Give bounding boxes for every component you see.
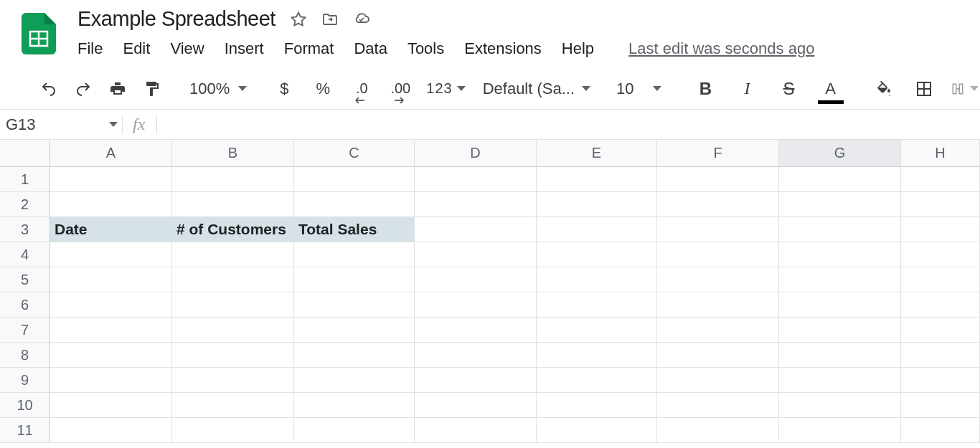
cell-B6[interactable]	[172, 292, 294, 318]
bold-button[interactable]: B	[693, 76, 719, 102]
increase-decimal-button[interactable]: .00	[387, 76, 413, 102]
last-edit-text[interactable]: Last edit was seconds ago	[628, 39, 814, 58]
column-header-A[interactable]: A	[50, 140, 172, 167]
cell-B10[interactable]	[172, 393, 294, 418]
cell-E5[interactable]	[537, 267, 657, 292]
cell-F2[interactable]	[657, 192, 779, 217]
menu-data[interactable]: Data	[354, 39, 387, 58]
cell-C1[interactable]	[294, 167, 415, 192]
cell-E11[interactable]	[537, 418, 657, 443]
row-header-8[interactable]: 8	[0, 343, 50, 368]
cell-D2[interactable]	[415, 192, 537, 217]
row-header-6[interactable]: 6	[0, 292, 50, 318]
column-header-D[interactable]: D	[415, 140, 537, 167]
font-dropdown[interactable]: Default (Sa...	[483, 80, 590, 98]
cell-H1[interactable]	[901, 167, 980, 192]
cell-E9[interactable]	[537, 368, 657, 393]
menu-extensions[interactable]: Extensions	[464, 39, 542, 58]
menu-view[interactable]: View	[170, 39, 204, 58]
percent-button[interactable]: %	[310, 76, 336, 102]
cell-H7[interactable]	[901, 318, 980, 343]
row-header-11[interactable]: 11	[0, 418, 50, 443]
cell-B1[interactable]	[172, 167, 294, 192]
cell-B8[interactable]	[172, 343, 294, 368]
cell-A8[interactable]	[50, 343, 172, 368]
cell-G1[interactable]	[779, 167, 901, 192]
text-color-button[interactable]: A	[818, 76, 844, 102]
cell-F4[interactable]	[657, 242, 779, 267]
cell-B7[interactable]	[172, 318, 294, 343]
cell-A2[interactable]	[50, 192, 172, 217]
cell-D7[interactable]	[415, 318, 537, 343]
menu-file[interactable]: File	[77, 39, 103, 58]
cell-E4[interactable]	[537, 242, 657, 267]
cell-F10[interactable]	[657, 393, 779, 418]
cell-F9[interactable]	[657, 368, 779, 393]
cell-B3[interactable]: # of Customers	[172, 217, 294, 242]
cell-G8[interactable]	[779, 343, 901, 368]
row-header-10[interactable]: 10	[0, 393, 50, 418]
row-header-7[interactable]: 7	[0, 318, 50, 343]
cell-H2[interactable]	[901, 192, 980, 217]
cell-D1[interactable]	[415, 167, 537, 192]
print-button[interactable]	[105, 76, 131, 102]
cell-G10[interactable]	[779, 393, 901, 418]
menu-tools[interactable]: Tools	[407, 39, 444, 58]
cell-A3[interactable]: Date	[50, 217, 172, 242]
cell-G2[interactable]	[779, 192, 901, 217]
cell-G3[interactable]	[779, 217, 901, 242]
more-formats-dropdown[interactable]: 123	[426, 76, 465, 102]
currency-button[interactable]: $	[271, 76, 297, 102]
cell-E1[interactable]	[537, 167, 657, 192]
cell-C8[interactable]	[294, 343, 415, 368]
cell-F8[interactable]	[657, 343, 779, 368]
cell-C4[interactable]	[294, 242, 415, 267]
cell-E3[interactable]	[537, 217, 657, 242]
menu-insert[interactable]: Insert	[225, 39, 264, 58]
cell-A7[interactable]	[50, 318, 172, 343]
menu-help[interactable]: Help	[562, 39, 594, 58]
cloud-status-icon[interactable]	[353, 11, 370, 28]
row-header-9[interactable]: 9	[0, 368, 50, 393]
column-header-H[interactable]: H	[901, 140, 980, 167]
column-header-E[interactable]: E	[537, 140, 657, 167]
cell-B4[interactable]	[172, 242, 294, 267]
cell-B11[interactable]	[172, 418, 294, 443]
cell-E8[interactable]	[537, 343, 657, 368]
cell-G4[interactable]	[779, 242, 901, 267]
borders-button[interactable]	[911, 76, 937, 102]
cell-D11[interactable]	[415, 418, 537, 443]
font-size-dropdown[interactable]: 10	[608, 80, 669, 98]
cell-F1[interactable]	[657, 167, 779, 192]
cell-B9[interactable]	[172, 368, 294, 393]
cell-A9[interactable]	[50, 368, 172, 393]
cell-E7[interactable]	[537, 318, 657, 343]
cell-H5[interactable]	[901, 267, 980, 292]
redo-button[interactable]	[70, 76, 96, 102]
row-header-3[interactable]: 3	[0, 217, 50, 242]
cell-G6[interactable]	[779, 292, 901, 318]
cell-D10[interactable]	[415, 393, 537, 418]
select-all-corner[interactable]	[0, 140, 50, 167]
cell-F3[interactable]	[657, 217, 779, 242]
cell-C11[interactable]	[294, 418, 415, 443]
decrease-decimal-button[interactable]: .0	[349, 76, 374, 102]
cell-H9[interactable]	[901, 368, 980, 393]
cell-C5[interactable]	[294, 267, 415, 292]
sheets-logo[interactable]	[22, 13, 56, 54]
cell-A1[interactable]	[50, 167, 172, 192]
column-header-B[interactable]: B	[172, 140, 294, 167]
cell-F6[interactable]	[657, 292, 779, 318]
cell-D3[interactable]	[415, 217, 537, 242]
cell-D4[interactable]	[415, 242, 537, 267]
italic-button[interactable]: I	[735, 76, 760, 102]
formula-bar[interactable]: fx	[122, 115, 167, 134]
cell-F7[interactable]	[657, 318, 779, 343]
cell-G9[interactable]	[779, 368, 901, 393]
cell-F11[interactable]	[657, 418, 779, 443]
cell-H4[interactable]	[901, 242, 980, 267]
cell-H3[interactable]	[901, 217, 980, 242]
row-header-2[interactable]: 2	[0, 192, 50, 217]
undo-button[interactable]	[36, 76, 62, 102]
merge-cells-dropdown[interactable]	[951, 76, 979, 102]
